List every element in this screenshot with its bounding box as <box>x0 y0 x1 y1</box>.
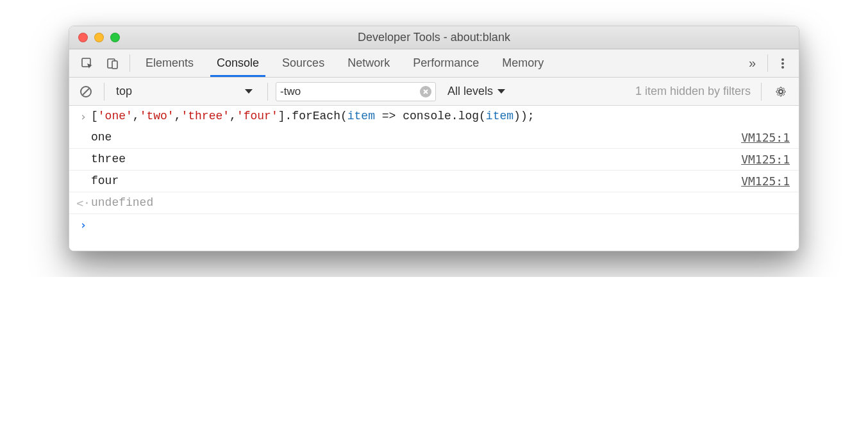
svg-point-3 <box>781 58 784 61</box>
console-prompt-row[interactable]: › <box>69 214 799 251</box>
levels-label: All levels <box>447 85 493 98</box>
clear-filter-icon[interactable] <box>420 86 431 97</box>
context-label: top <box>116 85 132 98</box>
close-window-button[interactable] <box>78 33 88 42</box>
console-toolbar: top All levels 1 item hidden by filters <box>69 78 799 106</box>
input-prompt-icon: › <box>76 110 91 123</box>
svg-rect-2 <box>112 61 117 69</box>
filter-input-container <box>276 82 436 101</box>
divider <box>104 83 104 101</box>
chevron-down-icon <box>497 88 506 95</box>
console-return-row: <· undefined <box>69 192 799 214</box>
divider <box>767 54 768 72</box>
tab-memory[interactable]: Memory <box>490 49 555 77</box>
divider <box>129 54 130 72</box>
return-value: undefined <box>91 196 790 209</box>
log-source-link[interactable]: VM125:1 <box>741 153 790 166</box>
divider <box>267 83 268 101</box>
tab-elements[interactable]: Elements <box>134 49 205 77</box>
console-settings-icon[interactable] <box>769 85 792 98</box>
console-log-row: oneVM125:1 <box>69 127 799 149</box>
console-input-row: › ['one','two','three','four'].forEach(i… <box>69 106 799 127</box>
log-message: one <box>91 131 741 144</box>
log-message: four <box>91 174 741 187</box>
more-options-icon[interactable] <box>772 49 794 77</box>
log-source-link[interactable]: VM125:1 <box>741 131 790 144</box>
return-indicator-icon: <· <box>76 196 91 210</box>
console-log-row: fourVM125:1 <box>69 171 799 192</box>
prompt-icon: › <box>76 218 91 231</box>
chevron-down-icon <box>244 88 253 95</box>
svg-point-5 <box>781 66 784 69</box>
svg-line-7 <box>83 88 89 95</box>
tab-console[interactable]: Console <box>205 49 271 77</box>
hidden-by-filters-message: 1 item hidden by filters <box>635 85 753 98</box>
clear-console-icon[interactable] <box>76 85 96 98</box>
tabs-overflow-button[interactable]: » <box>741 49 764 77</box>
execution-context-selector[interactable]: top <box>112 85 260 98</box>
zoom-window-button[interactable] <box>110 33 120 42</box>
traffic-lights <box>69 33 120 42</box>
minimize-window-button[interactable] <box>94 33 104 42</box>
filter-input[interactable] <box>280 85 420 98</box>
window-title: Developer Tools - about:blank <box>69 31 799 44</box>
tab-performance[interactable]: Performance <box>401 49 490 77</box>
devtools-window: Developer Tools - about:blank Elements C… <box>69 26 799 251</box>
panel-tabs: Elements Console Sources Network Perform… <box>134 49 741 77</box>
inspect-element-icon[interactable] <box>74 49 100 77</box>
log-message: three <box>91 153 741 165</box>
tab-sources[interactable]: Sources <box>271 49 336 77</box>
log-levels-selector[interactable]: All levels <box>441 85 512 98</box>
console-log-row: threeVM125:1 <box>69 149 799 171</box>
tab-network[interactable]: Network <box>336 49 401 77</box>
panel-tabbar: Elements Console Sources Network Perform… <box>69 49 799 78</box>
device-toolbar-icon[interactable] <box>100 49 126 77</box>
divider <box>761 83 762 101</box>
console-input-code: ['one','two','three','four'].forEach(ite… <box>91 110 790 122</box>
log-source-link[interactable]: VM125:1 <box>741 174 790 188</box>
console-output: › ['one','two','three','four'].forEach(i… <box>69 106 799 251</box>
titlebar: Developer Tools - about:blank <box>69 26 799 49</box>
svg-point-4 <box>781 62 784 65</box>
